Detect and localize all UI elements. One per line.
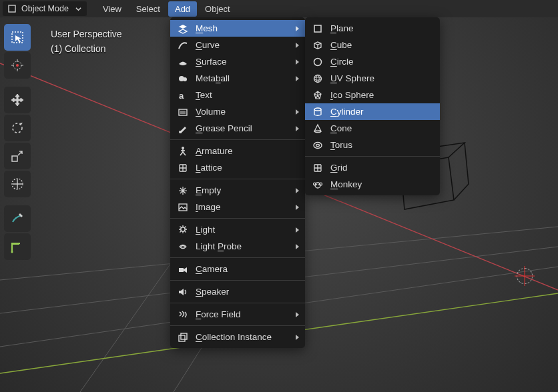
submenu-arrow-icon xyxy=(294,334,300,341)
cone-icon xyxy=(312,123,324,135)
add-menu-item-speaker[interactable]: Speaker xyxy=(170,283,305,300)
mesh-submenu-item-torus[interactable]: Torus xyxy=(305,137,440,153)
submenu-arrow-icon xyxy=(294,59,300,65)
mesh-icon xyxy=(177,23,189,35)
rotate-tool[interactable] xyxy=(4,115,31,141)
add-menu-item-grease-pencil[interactable]: Grease Pencil xyxy=(170,120,305,137)
mesh-submenu-item-cone[interactable]: Cone xyxy=(305,120,440,137)
cube-icon xyxy=(312,39,324,51)
svg-rect-30 xyxy=(314,25,321,32)
menu-item-label: Ico Sphere xyxy=(330,90,374,100)
torus-icon xyxy=(312,139,324,151)
circle-icon xyxy=(312,56,324,68)
submenu-arrow-icon xyxy=(294,227,300,233)
transform-tool[interactable] xyxy=(4,171,31,197)
collection-instance-icon xyxy=(177,331,189,343)
plane-icon xyxy=(312,23,324,35)
menu-item-label: Cylinder xyxy=(330,107,364,117)
add-menu-item-force-field[interactable]: Force Field xyxy=(170,306,305,323)
light-icon xyxy=(177,224,189,236)
menu-item-label: Mesh xyxy=(196,23,218,33)
menu-item-label: Surface xyxy=(196,57,227,67)
menu-item-label: Monkey xyxy=(330,179,362,189)
mesh-submenu-item-uv-sphere[interactable]: UV Sphere xyxy=(305,70,440,87)
add-menu-item-camera[interactable]: Camera xyxy=(170,261,305,277)
svg-point-37 xyxy=(314,142,322,148)
menu-item-label: Empty xyxy=(196,185,221,195)
scale-tool[interactable] xyxy=(4,143,31,169)
add-menu-item-lattice[interactable]: Lattice xyxy=(170,159,305,176)
select-box-tool[interactable] xyxy=(4,24,31,51)
menu-object[interactable]: Object xyxy=(198,1,237,17)
submenu-arrow-icon xyxy=(294,311,300,318)
text-icon: a xyxy=(177,89,189,101)
add-menu-item-text[interactable]: aText xyxy=(170,87,305,103)
menu-select[interactable]: Select xyxy=(129,1,167,17)
svg-point-34 xyxy=(316,75,319,82)
add-menu-item-surface[interactable]: Surface xyxy=(170,53,305,70)
metaball-icon xyxy=(177,73,189,85)
menu-item-label: Camera xyxy=(196,264,228,274)
menu-item-label: Circle xyxy=(330,57,354,67)
add-menu-item-light-probe[interactable]: Light Probe xyxy=(170,238,305,255)
submenu-arrow-icon xyxy=(294,25,300,32)
menu-item-label: Force Field xyxy=(196,309,241,319)
viewport-overlay-text: User Perspective (1) Collection xyxy=(51,27,122,57)
svg-rect-28 xyxy=(179,335,185,341)
menu-item-label: Collection Instance xyxy=(196,332,272,342)
menu-view[interactable]: View xyxy=(96,1,128,17)
menu-item-label: Speaker xyxy=(196,287,229,297)
menu-item-label: Lattice xyxy=(196,163,222,173)
cursor-tool[interactable] xyxy=(4,52,31,79)
mesh-submenu-item-monkey[interactable]: Monkey xyxy=(305,176,440,193)
grid-icon xyxy=(312,162,324,174)
menu-separator xyxy=(170,218,305,219)
mesh-submenu-item-cube[interactable]: Cube xyxy=(305,37,440,53)
add-menu-item-volume[interactable]: Volume xyxy=(170,103,305,120)
svg-point-15 xyxy=(13,123,22,133)
grease-pencil-icon xyxy=(177,123,189,135)
menu-item-label: Metaball xyxy=(196,73,230,83)
svg-rect-7 xyxy=(9,5,15,12)
menu-separator xyxy=(305,156,440,157)
svg-point-25 xyxy=(182,147,184,149)
mesh-submenu-item-ico-sphere[interactable]: Ico Sphere xyxy=(305,87,440,103)
add-menu-item-image[interactable]: Image xyxy=(170,199,305,215)
empty-icon xyxy=(177,185,189,197)
chevron-down-icon xyxy=(75,6,81,12)
menu-item-label: Armature xyxy=(196,146,233,156)
move-tool[interactable] xyxy=(4,87,31,113)
mesh-submenu-item-cylinder[interactable]: Cylinder xyxy=(305,103,440,120)
add-menu-item-metaball[interactable]: Metaball xyxy=(170,70,305,87)
svg-point-10 xyxy=(16,64,19,67)
mode-label: Object Mode xyxy=(21,4,69,13)
add-menu-item-curve[interactable]: Curve xyxy=(170,37,305,53)
mesh-submenu-item-circle[interactable]: Circle xyxy=(305,53,440,70)
ico-sphere-icon xyxy=(312,89,324,101)
menu-item-label: Volume xyxy=(196,107,226,117)
add-menu-item-armature[interactable]: Armature xyxy=(170,143,305,159)
menu-separator xyxy=(170,303,305,303)
uv-sphere-icon xyxy=(312,73,324,85)
svg-point-31 xyxy=(314,58,322,65)
add-menu-item-collection-instance[interactable]: Collection Instance xyxy=(170,329,305,345)
measure-tool[interactable] xyxy=(4,233,31,260)
menu-add[interactable]: Add xyxy=(168,1,197,17)
menu-item-label: UV Sphere xyxy=(330,73,374,83)
mode-selector[interactable]: Object Mode xyxy=(3,1,87,16)
add-menu-item-mesh[interactable]: Mesh xyxy=(170,20,305,37)
svg-point-42 xyxy=(316,184,318,185)
annotate-tool[interactable] xyxy=(4,205,31,232)
svg-point-32 xyxy=(314,75,322,82)
add-menu-item-empty[interactable]: Empty xyxy=(170,182,305,199)
mesh-submenu-dropdown: PlaneCubeCircleUV SphereIco SphereCylind… xyxy=(305,17,440,195)
mesh-submenu-item-plane[interactable]: Plane xyxy=(305,20,440,37)
menu-item-label: Cone xyxy=(330,123,352,133)
submenu-arrow-icon xyxy=(294,109,300,115)
mesh-submenu-item-grid[interactable]: Grid xyxy=(305,159,440,176)
add-menu-item-light[interactable]: Light xyxy=(170,221,305,238)
menu-item-label: Image xyxy=(196,202,221,212)
menu-separator xyxy=(170,139,305,140)
menu-separator xyxy=(170,257,305,258)
svg-text:a: a xyxy=(179,91,184,101)
